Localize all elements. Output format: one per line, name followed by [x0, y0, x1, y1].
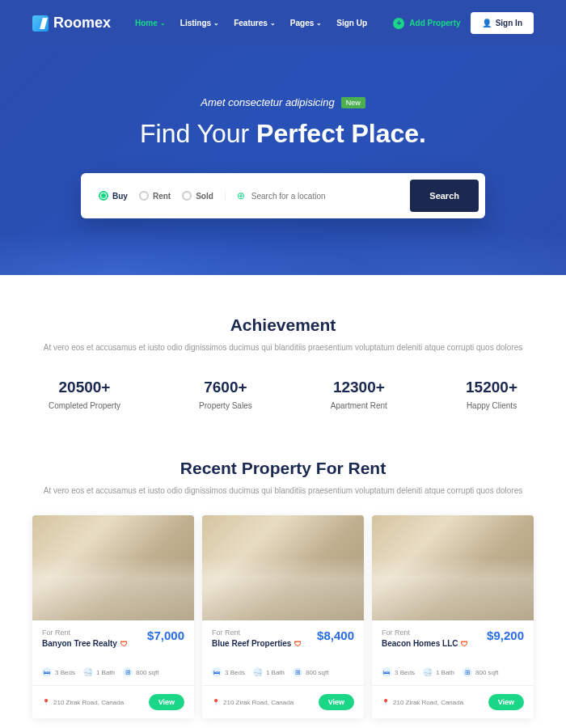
pin-icon: 📍: [382, 699, 390, 706]
stat-label: Happy Clients: [466, 401, 517, 410]
location-icon: ⊕: [237, 190, 245, 201]
stat-value: 20500+: [49, 379, 120, 396]
view-button[interactable]: View: [488, 694, 524, 710]
property-title: Beacon Homes LLC 🛡: [382, 639, 468, 648]
stat-label: Apartment Rent: [331, 401, 387, 410]
nav-listings[interactable]: Listings ⌄: [180, 19, 219, 28]
stat-value: 15200+: [466, 379, 517, 396]
spec-bath: 🛁1 Bath: [83, 667, 115, 677]
bath-icon: 🛁: [253, 667, 263, 677]
pin-icon: 📍: [212, 699, 220, 706]
achievement-section: Achievement At vero eos et accusamus et …: [0, 275, 566, 434]
property-price: $8,400: [317, 629, 354, 642]
chevron-down-icon: ⌄: [316, 19, 322, 27]
header: Roomex Home ⌄ Listings ⌄ Features ⌄ Page…: [0, 0, 566, 46]
chevron-down-icon: ⌄: [270, 19, 276, 27]
property-tag: For Rent: [212, 629, 302, 637]
user-icon: 👤: [482, 19, 492, 28]
spec-beds: 🛏3 Beds: [212, 667, 245, 677]
spec-beds: 🛏3 Beds: [382, 667, 415, 677]
property-image: [372, 515, 534, 620]
nav-pages[interactable]: Pages ⌄: [290, 19, 322, 28]
logo[interactable]: Roomex: [32, 15, 111, 32]
hero-tagline: Amet consectetur adipisicing New: [201, 96, 365, 108]
property-specs: 🛏3 Beds 🛁1 Bath ⊞800 sqft: [212, 659, 354, 677]
property-price: $9,200: [487, 629, 524, 642]
bed-icon: 🛏: [212, 667, 222, 677]
stat-rent: 12300+ Apartment Rent: [331, 379, 387, 410]
shield-icon: 🛡: [120, 640, 128, 648]
recent-section: Recent Property For Rent At vero eos et …: [0, 434, 566, 728]
card-footer: 📍210 Zirak Road, Canada View: [202, 685, 364, 718]
property-address: 📍210 Zirak Road, Canada: [42, 699, 124, 706]
nav-home[interactable]: Home ⌄: [135, 19, 166, 28]
area-icon: ⊞: [463, 667, 472, 677]
spec-sqft: ⊞800 sqft: [463, 667, 498, 677]
property-tag: For Rent: [42, 629, 128, 637]
search-input[interactable]: [251, 192, 399, 201]
card-body: For Rent Beacon Homes LLC 🛡 $9,200 🛏3 Be…: [372, 620, 534, 685]
stat-value: 7600+: [199, 379, 252, 396]
shield-icon: 🛡: [461, 640, 468, 648]
property-card[interactable]: For Rent Beacon Homes LLC 🛡 $9,200 🛏3 Be…: [372, 515, 534, 718]
spec-sqft: ⊞800 sqft: [123, 667, 158, 677]
spec-beds: 🛏3 Beds: [42, 667, 75, 677]
property-address: 📍210 Zirak Road, Canada: [212, 699, 294, 706]
stats-row: 20500+ Completed Property 7600+ Property…: [32, 379, 534, 410]
chevron-down-icon: ⌄: [213, 19, 219, 27]
card-footer: 📍210 Zirak Road, Canada View: [372, 685, 534, 718]
radio-icon: [139, 191, 149, 201]
search-type-sold[interactable]: Sold: [182, 191, 213, 201]
shield-icon: 🛡: [294, 640, 302, 648]
property-address: 📍210 Zirak Road, Canada: [382, 699, 463, 706]
achievement-desc: At vero eos et accusamus et iusto odio d…: [32, 341, 534, 354]
nav-signup[interactable]: Sign Up: [336, 19, 367, 28]
search-type-group: Buy Rent Sold: [87, 191, 226, 201]
search-button[interactable]: Search: [410, 180, 479, 212]
main-nav: Home ⌄ Listings ⌄ Features ⌄ Pages ⌄ Sig…: [135, 19, 367, 28]
logo-text: Roomex: [53, 15, 111, 32]
spec-bath: 🛁1 Bath: [423, 667, 454, 677]
achievement-title: Achievement: [32, 315, 534, 335]
stat-clients: 15200+ Happy Clients: [466, 379, 517, 410]
card-body: For Rent Banyon Tree Realty 🛡 $7,000 🛏3 …: [32, 620, 194, 685]
search-input-wrapper: ⊕: [226, 190, 410, 201]
hero-section: Amet consectetur adipisicing New Find Yo…: [0, 46, 566, 275]
stat-label: Completed Property: [49, 401, 120, 410]
stat-label: Property Sales: [199, 401, 252, 410]
search-bar: Buy Rent Sold ⊕ Search: [81, 173, 485, 218]
property-price: $7,000: [147, 629, 184, 642]
view-button[interactable]: View: [319, 694, 354, 710]
property-image: [32, 515, 194, 620]
chevron-down-icon: ⌄: [160, 19, 166, 27]
pin-icon: 📍: [42, 699, 50, 706]
card-footer: 📍210 Zirak Road, Canada View: [32, 685, 194, 718]
property-image: [202, 515, 364, 620]
radio-icon: [99, 191, 108, 201]
property-specs: 🛏3 Beds 🛁1 Bath ⊞800 sqft: [382, 659, 524, 677]
property-card[interactable]: For Rent Blue Reef Properties 🛡 $8,400 🛏…: [202, 515, 364, 718]
card-body: For Rent Blue Reef Properties 🛡 $8,400 🛏…: [202, 620, 364, 685]
spec-sqft: ⊞800 sqft: [293, 667, 328, 677]
search-type-buy[interactable]: Buy: [99, 191, 128, 201]
search-type-rent[interactable]: Rent: [139, 191, 171, 201]
bed-icon: 🛏: [42, 667, 52, 677]
spec-bath: 🛁1 Bath: [253, 667, 285, 677]
nav-features[interactable]: Features ⌄: [234, 19, 276, 28]
property-specs: 🛏3 Beds 🛁1 Bath ⊞800 sqft: [42, 659, 184, 677]
property-title: Blue Reef Properties 🛡: [212, 639, 302, 648]
radio-icon: [182, 191, 192, 201]
stat-completed: 20500+ Completed Property: [49, 379, 120, 410]
area-icon: ⊞: [123, 667, 133, 677]
area-icon: ⊞: [293, 667, 302, 677]
add-property-button[interactable]: + Add Property: [393, 18, 460, 29]
recent-desc: At vero eos et accusamus et iusto odio d…: [32, 485, 534, 497]
sign-in-button[interactable]: 👤 Sign In: [471, 12, 534, 34]
recent-title: Recent Property For Rent: [32, 459, 534, 478]
bath-icon: 🛁: [423, 667, 433, 677]
property-title: Banyon Tree Realty 🛡: [42, 639, 128, 648]
bath-icon: 🛁: [83, 667, 93, 677]
property-card[interactable]: For Rent Banyon Tree Realty 🛡 $7,000 🛏3 …: [32, 515, 194, 718]
property-tag: For Rent: [382, 629, 468, 637]
view-button[interactable]: View: [149, 694, 184, 710]
